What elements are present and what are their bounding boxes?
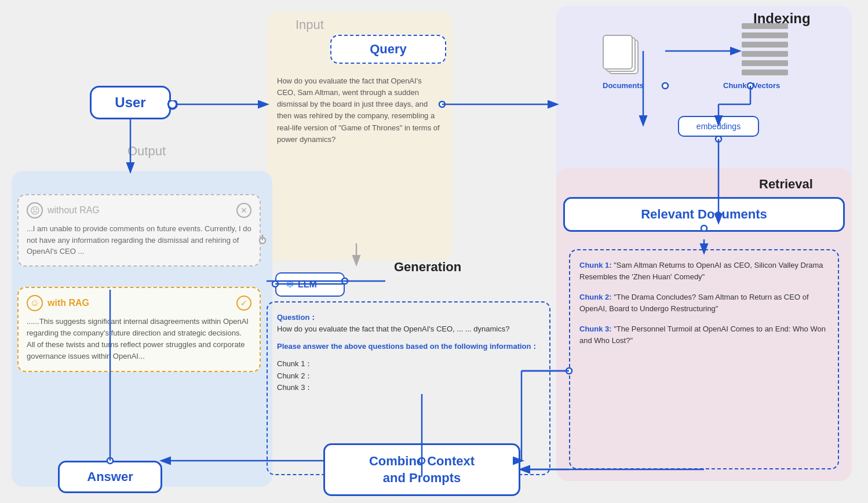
doc-page-3 (603, 35, 633, 70)
input-label: Input (296, 17, 324, 32)
chunks-text-box: Chunk 1: "Sam Altman Returns to OpenAI a… (569, 249, 839, 469)
with-rag-box: ☺ with RAG ✓ ......This suggests signifi… (17, 287, 261, 372)
vectors-icon (742, 23, 788, 79)
without-rag-text: ...I am unable to provide comments on fu… (27, 223, 251, 257)
without-rag-header: ☹ without RAG ✕ (27, 202, 251, 218)
with-rag-label: with RAG (48, 298, 89, 308)
without-rag-box: ☹ without RAG ✕ ...I am unable to provid… (17, 194, 261, 267)
with-rag-header: ☺ with RAG ✓ (27, 295, 251, 311)
gen-chunk-1: Chunk 1： (277, 359, 312, 368)
output-label: Output (127, 144, 166, 159)
query-text: How do you evaluate the fact that OpenAI… (277, 75, 442, 145)
combine-context-box: Combine Contextand Prompts (323, 443, 520, 496)
answer-title: Answer (87, 469, 133, 484)
user-title: User (115, 94, 145, 110)
chunk-2: Chunk 2: "The Drama Concludes? Sam Altma… (579, 291, 829, 314)
embeddings-label: embeddings (696, 122, 741, 131)
embeddings-box: embeddings (678, 116, 759, 137)
relevant-docs-title: Relevant Documents (641, 207, 767, 221)
chunk-1: Chunk 1: "Sam Altman Returns to OpenAI a… (579, 260, 829, 282)
gen-instruction-block: Please answer the above questions based … (277, 341, 540, 352)
chunks-vectors-label: Chunks|Vectors (723, 81, 780, 90)
llm-box: ❄ LLM (275, 272, 345, 297)
gen-chunk-3: Chunk 3： (277, 383, 312, 392)
with-rag-left: ☺ with RAG (27, 295, 89, 311)
indexing-area (556, 6, 852, 185)
documents-icon (603, 35, 643, 81)
documents-label: Documents (603, 81, 643, 90)
generation-label: Generation (394, 260, 461, 275)
chunk-3-label: Chunk 3: (579, 325, 614, 333)
without-rag-left: ☹ without RAG (27, 202, 100, 218)
sad-face-icon: ☹ (27, 202, 43, 218)
chunk-1-label: Chunk 1: (579, 261, 614, 269)
gen-chunks-list: Chunk 1： Chunk 2： Chunk 3： (277, 358, 540, 393)
gen-chunk-2: Chunk 2： (277, 371, 312, 380)
query-box: Query (330, 35, 446, 64)
relevant-docs-box: Relevant Documents (563, 197, 845, 232)
user-box: User (90, 86, 171, 119)
gen-question-block: Question： How do you evaluate the fact t… (277, 312, 540, 335)
answer-box: Answer (58, 461, 162, 493)
x-icon: ✕ (236, 203, 251, 218)
with-rag-text: ......This suggests significant internal… (27, 316, 251, 363)
combine-title: Combine Contextand Prompts (369, 454, 475, 485)
retrieval-label: Retrieval (759, 177, 813, 192)
canvas: Indexing Input Query How do you evaluate… (0, 0, 868, 503)
llm-title: LLM (298, 279, 317, 290)
snowflake-icon: ❄ (286, 278, 294, 291)
without-rag-label: without RAG (48, 205, 100, 216)
query-title: Query (370, 42, 407, 56)
check-icon: ✓ (236, 296, 251, 311)
gen-question-text: How do you evaluate the fact that the Op… (277, 325, 509, 333)
gen-question-label: Question： (277, 313, 317, 322)
chunk-3: Chunk 3: "The Personnel Turmoil at OpenA… (579, 323, 829, 346)
chunk-2-label: Chunk 2: (579, 293, 614, 301)
chunk-3-text: "The Personnel Turmoil at OpenAI Comes t… (579, 325, 826, 345)
chunk-1-text: "Sam Altman Returns to OpenAI as CEO, Si… (579, 261, 823, 281)
chunk-2-text: "The Drama Concludes? Sam Altman to Retu… (579, 293, 809, 313)
happy-face-icon: ☺ (27, 295, 43, 311)
gen-instruction-text: Please answer the above questions based … (277, 342, 538, 351)
